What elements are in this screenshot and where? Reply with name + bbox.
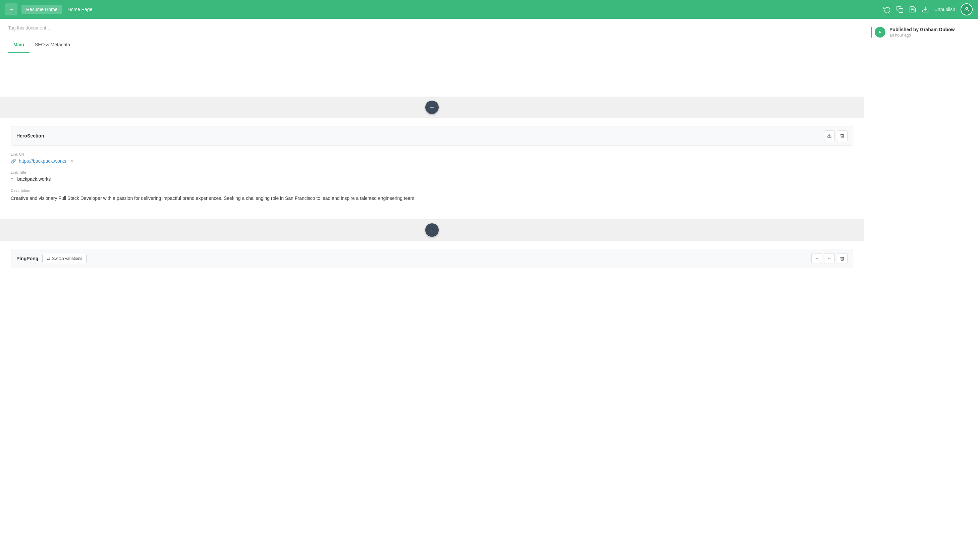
unpublish-button[interactable]: Unpublish <box>935 7 955 12</box>
svg-point-2 <box>966 7 968 9</box>
link-url-value: 🔗 https://backpack.works ✕ <box>11 158 853 163</box>
tag-bar[interactable]: Tag this document... <box>0 19 864 37</box>
right-panel: Published by Graham Dubow an hour ago <box>864 19 978 560</box>
switch-icon: ⇄ <box>47 256 50 261</box>
pingpong-left: PingPong ⇄ Switch variations <box>17 254 87 263</box>
hero-section-label: HeroSection <box>17 133 44 138</box>
add-section-row-2: + <box>0 219 864 241</box>
add-section-button-2[interactable]: + <box>425 223 439 237</box>
save-icon-button[interactable] <box>909 6 916 13</box>
sections-area: + HeroSection <box>0 53 864 279</box>
pingpong-section-header: PingPong ⇄ Switch variations <box>11 249 853 268</box>
add-section-button-1[interactable]: + <box>425 101 439 114</box>
tab-main[interactable]: Main <box>8 37 30 53</box>
tag-placeholder: Tag this document... <box>8 25 50 30</box>
user-avatar[interactable] <box>961 3 973 15</box>
back-button[interactable]: ← <box>5 3 17 15</box>
svg-rect-0 <box>899 8 903 12</box>
tab-seo[interactable]: SEO & Metadata <box>30 37 75 53</box>
link-title-label: Link Title <box>11 170 853 174</box>
published-play-button[interactable] <box>875 27 885 38</box>
hero-section-block: HeroSection <box>0 118 864 219</box>
link-title-text: backpack.works <box>17 177 51 182</box>
description-label: Description <box>11 188 853 192</box>
nav-actions: Unpublish <box>883 3 973 15</box>
link-url-label: Link Url <box>11 152 853 156</box>
drag-handle-icon: ≡ <box>11 177 13 182</box>
switch-variations-label: Switch variations <box>52 256 82 261</box>
description-text: Creative and visionary Full Stack Develo… <box>11 195 853 202</box>
breadcrumb[interactable]: Resume Home <box>22 5 62 14</box>
pingpong-delete-button[interactable] <box>837 253 848 264</box>
hero-delete-button[interactable] <box>837 130 848 141</box>
add-section-row-1: + <box>0 97 864 118</box>
tabs-bar: Main SEO & Metadata <box>0 37 864 53</box>
hero-section-actions <box>824 130 848 141</box>
link-icon: 🔗 <box>11 158 16 163</box>
pingpong-down-button[interactable] <box>824 253 835 264</box>
history-icon-button[interactable] <box>883 6 891 13</box>
hero-download-button[interactable] <box>824 130 835 141</box>
copy-icon-button[interactable] <box>896 6 903 13</box>
published-section: Published by Graham Dubow an hour ago <box>871 27 971 38</box>
pingpong-up-button[interactable] <box>811 253 822 264</box>
link-url-field: Link Url 🔗 https://backpack.works ✕ <box>11 152 853 163</box>
page-title: Home Page <box>67 7 92 12</box>
top-nav: ← Resume Home Home Page Unpublish <box>0 0 978 19</box>
empty-section-top <box>0 53 864 97</box>
link-title-value: ≡ backpack.works <box>11 177 853 182</box>
description-field: Description Creative and visionary Full … <box>11 188 853 202</box>
main-layout: Tag this document... Main SEO & Metadata… <box>0 19 978 560</box>
link-title-field: Link Title ≡ backpack.works <box>11 170 853 182</box>
pingpong-label: PingPong <box>17 256 38 261</box>
download-icon-button[interactable] <box>921 6 929 13</box>
hero-section-header: HeroSection <box>11 126 853 145</box>
link-url-link[interactable]: https://backpack.works <box>19 158 67 163</box>
published-by-text: Published by Graham Dubow <box>890 27 955 32</box>
published-time-text: an hour ago <box>890 33 955 38</box>
content-area: Tag this document... Main SEO & Metadata… <box>0 19 864 560</box>
published-info: Published by Graham Dubow an hour ago <box>890 27 955 38</box>
pingpong-section-actions <box>811 253 848 264</box>
svg-marker-4 <box>879 31 881 34</box>
link-url-clear[interactable]: ✕ <box>70 158 74 163</box>
switch-variations-button[interactable]: ⇄ Switch variations <box>42 254 87 263</box>
pingpong-section-block: PingPong ⇄ Switch variations <box>0 241 864 279</box>
